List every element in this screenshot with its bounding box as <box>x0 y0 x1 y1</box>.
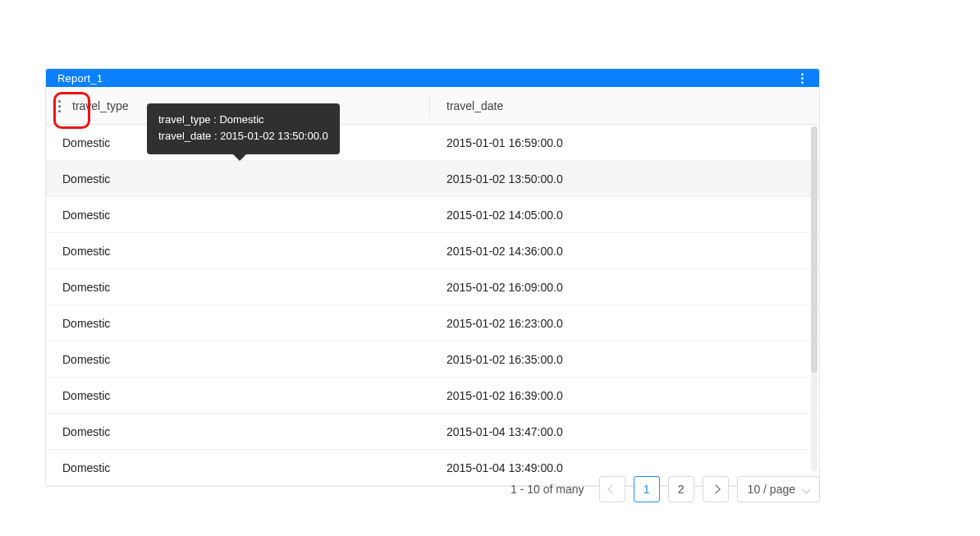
cell-travel-type: Domestic <box>46 245 430 258</box>
cell-travel-type: Domestic <box>46 353 430 366</box>
chevron-left-icon <box>607 484 616 493</box>
column-header-label: travel_date <box>446 99 503 112</box>
pagination-range: 1 - 10 of many <box>511 483 584 496</box>
pagination-page-2[interactable]: 2 <box>668 476 694 502</box>
chevron-down-icon <box>803 485 811 493</box>
scrollbar-thumb[interactable] <box>811 126 817 373</box>
table-body: Domestic2015-01-01 16:59:00.0Domestic201… <box>46 125 819 486</box>
tooltip-line-2: travel_date : 2015-01-02 13:50:00.0 <box>158 128 328 144</box>
pagination-page-1[interactable]: 1 <box>634 476 660 502</box>
cell-travel-date: 2015-01-02 13:50:00.0 <box>430 172 819 186</box>
pagination-next-button[interactable] <box>703 476 729 502</box>
cell-travel-date: 2015-01-02 14:36:00.0 <box>430 245 819 258</box>
cell-travel-date: 2015-01-02 14:05:00.0 <box>430 208 819 222</box>
cell-travel-type: Domestic <box>46 317 430 330</box>
cell-travel-date: 2015-01-02 16:23:00.0 <box>430 317 819 330</box>
cell-travel-date: 2015-01-04 13:47:00.0 <box>430 425 819 438</box>
pagination-prev-button[interactable] <box>599 476 625 502</box>
chevron-right-icon <box>711 484 720 493</box>
table-row[interactable]: Domestic2015-01-02 16:39:00.0 <box>46 378 819 414</box>
column-header-label: travel_type <box>72 99 128 112</box>
column-menu-button[interactable] <box>57 96 62 116</box>
cell-travel-date: 2015-01-04 13:49:00.0 <box>430 461 819 474</box>
cell-travel-date: 2015-01-02 16:39:00.0 <box>430 389 819 402</box>
cell-travel-type: Domestic <box>46 281 430 294</box>
cell-travel-date: 2015-01-02 16:35:00.0 <box>430 353 819 366</box>
row-tooltip: travel_type : Domestic travel_date : 201… <box>147 103 340 154</box>
report-menu-icon[interactable] <box>796 73 808 84</box>
table-row[interactable]: Domestic2015-01-04 13:47:00.0 <box>46 414 819 450</box>
cell-travel-type: Domestic <box>46 208 430 222</box>
column-header-travel-date[interactable]: travel_date <box>430 99 819 112</box>
cell-travel-date: 2015-01-02 16:09:00.0 <box>430 281 819 294</box>
table-row[interactable]: Domestic2015-01-02 14:05:00.0 <box>46 197 819 233</box>
pagination: 1 - 10 of many 1 2 10 / page <box>45 476 820 502</box>
pagination-page-size-select[interactable]: 10 / page <box>737 476 820 502</box>
cell-travel-type: Domestic <box>46 389 430 402</box>
cell-travel-type: Domestic <box>46 172 430 186</box>
vertical-scrollbar[interactable] <box>811 126 817 471</box>
cell-travel-date: 2015-01-01 16:59:00.0 <box>430 136 819 149</box>
table-row[interactable]: Domestic2015-01-02 14:36:00.0 <box>46 233 819 269</box>
report-title: Report_1 <box>57 72 103 85</box>
table-row[interactable]: Domestic2015-01-02 16:09:00.0 <box>46 269 819 305</box>
report-header: Report_1 <box>46 69 819 87</box>
table-row[interactable]: Domestic2015-01-02 16:23:00.0 <box>46 305 819 341</box>
cell-travel-type: Domestic <box>46 425 430 438</box>
page-size-label: 10 / page <box>748 483 795 496</box>
cell-travel-type: Domestic <box>46 461 430 474</box>
table-row[interactable]: Domestic2015-01-02 16:35:00.0 <box>46 341 819 378</box>
tooltip-line-1: travel_type : Domestic <box>158 112 328 128</box>
table-row[interactable]: Domestic2015-01-02 13:50:00.0 <box>46 161 819 197</box>
